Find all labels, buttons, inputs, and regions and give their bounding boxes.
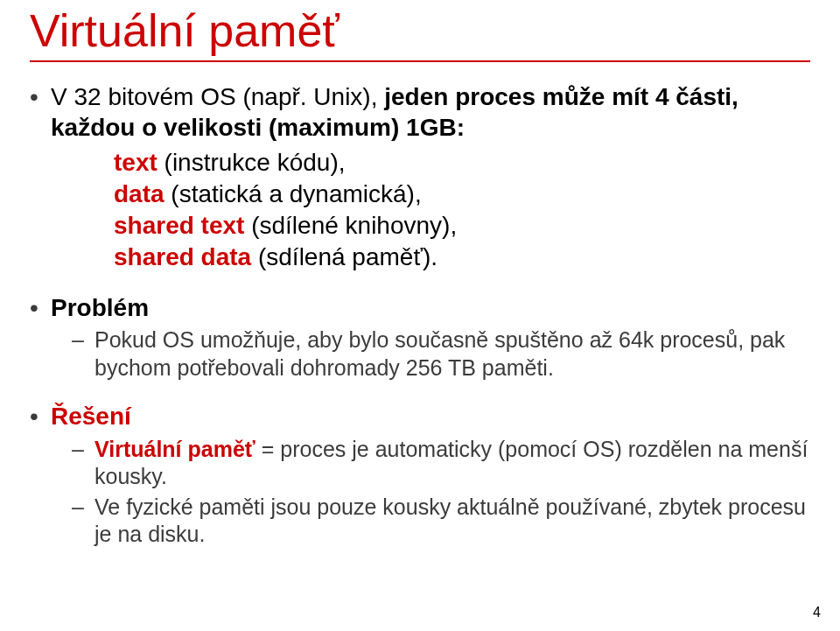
page-title: Virtuální paměť xyxy=(30,0,810,55)
title-rule xyxy=(30,60,810,62)
intro-lead: V 32 bitovém OS (např. Unix), xyxy=(51,83,384,110)
problem-heading: Problém xyxy=(51,294,149,321)
solution-body-list: Virtuální paměť = proces je automaticky … xyxy=(51,436,810,549)
solution-line1: Virtuální paměť = proces je automaticky … xyxy=(94,436,810,491)
part-shared-text-label: shared text xyxy=(114,212,251,239)
problem-body: Pokud OS umožňuje, aby bylo současně spu… xyxy=(94,326,810,382)
solution-item: Řešení Virtuální paměť = proces je autom… xyxy=(51,401,810,549)
slide: Virtuální paměť V 32 bitovém OS (např. U… xyxy=(0,0,840,631)
intro-item: V 32 bitovém OS (např. Unix), jeden proc… xyxy=(51,81,810,273)
solution-line1-prefix: Virtuální paměť xyxy=(94,437,256,461)
part-shared-text-desc: (sdílené knihovny), xyxy=(251,212,457,239)
part-text-desc: (instrukce kódu), xyxy=(164,149,346,176)
part-data-label: data xyxy=(114,180,171,207)
intro-parts: text (instrukce kódu), data (statická a … xyxy=(51,147,810,272)
part-shared-text: shared text (sdílené knihovny), xyxy=(114,210,810,242)
part-shared-data-desc: (sdílená paměť). xyxy=(258,243,438,270)
part-shared-data-label: shared data xyxy=(114,243,258,270)
part-data: data (statická a dynamická), xyxy=(114,179,810,210)
part-data-desc: (statická a dynamická), xyxy=(171,180,421,207)
part-shared-data: shared data (sdílená paměť). xyxy=(114,242,810,273)
part-text-label: text xyxy=(114,149,164,176)
problem-body-list: Pokud OS umožňuje, aby bylo současně spu… xyxy=(51,326,810,382)
part-text: text (instrukce kódu), xyxy=(114,147,810,179)
solution-line2: Ve fyzické paměti jsou pouze kousky aktu… xyxy=(94,494,810,549)
solution-heading: Řešení xyxy=(51,403,131,430)
page-number: 4 xyxy=(813,605,821,620)
problem-item: Problém Pokud OS umožňuje, aby bylo souč… xyxy=(51,292,810,382)
content-list: V 32 bitovém OS (např. Unix), jeden proc… xyxy=(30,81,810,549)
